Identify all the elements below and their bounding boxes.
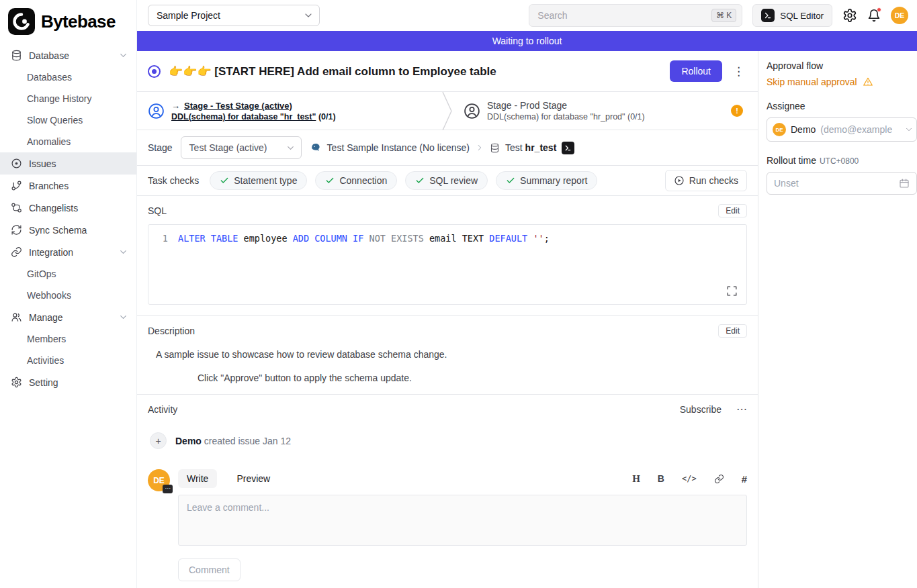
sidebar-item-label: Members — [27, 334, 66, 344]
database-icon — [490, 143, 500, 153]
sql-token — [363, 233, 369, 244]
sidebar-item-database[interactable]: Database — [0, 44, 136, 66]
hash-format-button[interactable]: # — [742, 473, 747, 485]
sidebar-item-issues[interactable]: Issues — [0, 152, 136, 175]
sidebar-item-label: Change History — [27, 93, 92, 104]
chevron-down-icon — [303, 10, 314, 21]
bold-format-button[interactable]: B — [658, 473, 664, 484]
expand-editor-icon[interactable] — [726, 285, 738, 297]
sidebar-item-webhooks[interactable]: Webhooks — [0, 285, 136, 306]
tab-write[interactable]: Write — [178, 469, 217, 488]
sql-token: IF — [353, 233, 363, 244]
stage-select[interactable]: Test Stage (active) — [181, 136, 302, 159]
comment-composer: DE ⋯ Write Preview H B </> — [148, 469, 747, 581]
sql-statement[interactable]: ALTER TABLE employee ADD COLUMN IF NOT E… — [178, 233, 550, 304]
run-checks-button[interactable]: Run checks — [665, 170, 747, 191]
database-breadcrumb[interactable]: Test hr_test — [505, 142, 556, 153]
sidebar-item-branches[interactable]: Branches — [0, 175, 136, 197]
event-detail: created issue Jan 12 — [204, 436, 291, 446]
sql-editor-button[interactable]: SQL Editor — [752, 4, 832, 27]
user-avatar[interactable]: DE — [891, 7, 908, 24]
comment-input[interactable] — [178, 495, 747, 546]
sidebar-item-label: Webhooks — [27, 290, 71, 301]
sidebar-item-label: Issues — [29, 158, 56, 169]
gear-icon — [842, 8, 857, 23]
stage-card-test[interactable]: → Stage - Test Stage (active) DDL(schema… — [137, 92, 442, 130]
sql-token: ADD COLUMN — [293, 233, 347, 244]
sidebar-item-setting[interactable]: Setting — [0, 371, 136, 393]
link-format-button[interactable] — [714, 474, 724, 484]
sidebar-item-label: GitOps — [27, 268, 56, 279]
check-pill-statement-type[interactable]: Statement type — [210, 171, 307, 190]
issue-detail: 👉👉👉 [START HERE] Add email column to Emp… — [137, 51, 758, 588]
search-input[interactable] — [537, 10, 706, 21]
open-sql-editor-icon[interactable] — [562, 142, 574, 154]
rollout-button[interactable]: Rollout — [670, 60, 722, 82]
bytebase-logo-icon — [8, 8, 35, 35]
rollout-time-label: Rollout time — [767, 155, 816, 166]
brand-logo[interactable]: Bytebase — [0, 5, 136, 44]
project-select[interactable]: Sample Project — [148, 5, 320, 26]
check-pill-sql-review[interactable]: SQL review — [405, 171, 488, 190]
event-plus-icon: + — [150, 432, 167, 449]
sidebar-item-label: Setting — [29, 377, 58, 388]
sidebar-item-gitops[interactable]: GitOps — [0, 263, 136, 285]
sql-edit-button[interactable]: Edit — [718, 204, 747, 217]
tab-preview[interactable]: Preview — [228, 469, 279, 488]
code-format-button[interactable]: </> — [682, 474, 697, 483]
subscribe-button[interactable]: Subscribe — [680, 404, 722, 415]
description-title: Description — [148, 326, 195, 336]
sidebar-item-manage[interactable]: Manage — [0, 306, 136, 328]
task-checks-label: Task checks — [148, 175, 199, 186]
sql-token: DEFAULT — [489, 233, 527, 244]
sidebar-item-sync-schema[interactable]: Sync Schema — [0, 219, 136, 241]
search-box[interactable]: ⌘ K — [529, 4, 742, 27]
description-line: A sample issue to showcase how to review… — [156, 349, 747, 360]
settings-button[interactable] — [842, 8, 857, 23]
description-line: Click "Approve" button to apply the sche… — [198, 373, 747, 383]
stage-card-prod[interactable]: Stage - Prod Stage DDL(schema) for datab… — [453, 92, 758, 130]
description-edit-button[interactable]: Edit — [718, 324, 747, 338]
check-pill-label: SQL review — [429, 175, 478, 186]
chevron-down-icon — [118, 247, 128, 257]
sidebar-item-anomalies[interactable]: Anomalies — [0, 131, 136, 152]
sidebar-item-label: Slow Queries — [27, 115, 83, 126]
stage-warning-badge: ! — [731, 105, 743, 117]
stage-select-value: Test Stage (active) — [189, 142, 267, 153]
heading-format-button[interactable]: H — [632, 473, 640, 485]
rollout-time-value: Unset — [774, 178, 799, 189]
sidebar-item-integration[interactable]: Integration — [0, 241, 136, 263]
sidebar-item-activities[interactable]: Activities — [0, 350, 136, 371]
sql-token: email TEXT — [424, 233, 490, 244]
instance-name[interactable]: Test Sample Instance (No license) — [327, 142, 470, 153]
sql-token: ; — [544, 233, 550, 244]
sidebar-item-slow-queries[interactable]: Slow Queries — [0, 109, 136, 131]
sidebar-item-members[interactable]: Members — [0, 328, 136, 350]
activity-menu-button[interactable]: ⋯ — [736, 403, 747, 415]
sidebar-item-databases[interactable]: Databases — [0, 66, 136, 88]
content-row: 👉👉👉 [START HERE] Add email column to Emp… — [137, 51, 917, 588]
rollout-time-input[interactable]: Unset — [767, 172, 917, 195]
activity-event: + Demo created issue Jan 12 — [148, 432, 747, 449]
environment-name: Test — [505, 142, 523, 153]
event-actor: Demo — [175, 436, 202, 446]
database-name: hr_test — [525, 142, 557, 153]
search-shortcut: ⌘ K — [711, 9, 736, 22]
sql-token: NOT EXISTS — [369, 233, 424, 244]
comment-submit-button[interactable]: Comment — [178, 558, 241, 581]
composer-tabs: Write Preview H B </> # — [178, 469, 747, 488]
check-pill-summary-report[interactable]: Summary report — [496, 171, 597, 190]
stage-separator — [442, 92, 453, 130]
sql-token — [347, 233, 353, 244]
sql-token: '' — [533, 233, 543, 244]
check-pill-connection[interactable]: Connection — [315, 171, 397, 190]
brand-name: Bytebase — [41, 11, 116, 32]
sql-editor[interactable]: 1 ALTER TABLE employee ADD COLUMN IF NOT… — [148, 224, 747, 305]
sidebar-item-change-history[interactable]: Change History — [0, 88, 136, 109]
issue-menu-button[interactable]: ⋮ — [730, 64, 747, 79]
sidebar-item-changelists[interactable]: Changelists — [0, 197, 136, 219]
approval-flow-value-row: Skip manual approval — [767, 77, 917, 87]
notifications-button[interactable] — [867, 9, 881, 22]
assignee-select[interactable]: DE Demo (demo@example — [767, 117, 917, 142]
database-icon — [11, 50, 22, 61]
